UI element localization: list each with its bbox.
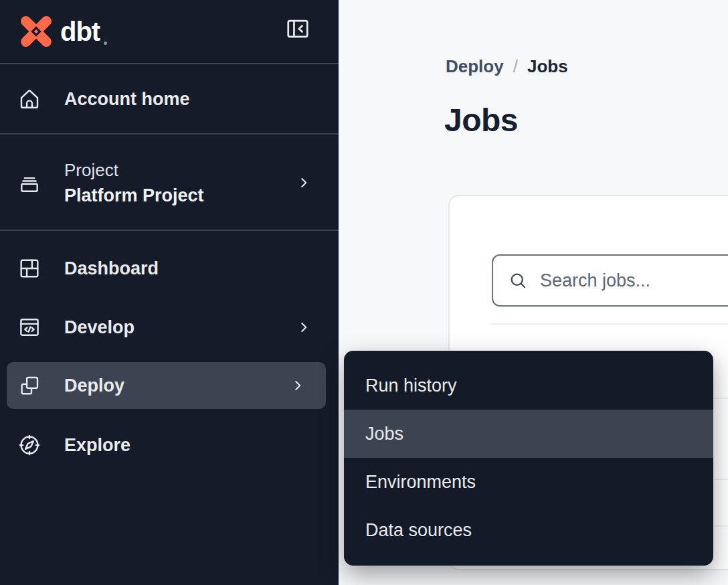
deploy-icon <box>17 373 41 398</box>
sidebar-item-develop[interactable]: Develop <box>0 304 339 351</box>
sidebar-item-label: Explore <box>64 435 130 456</box>
menu-item-jobs[interactable]: Jobs <box>344 410 713 458</box>
search-box[interactable] <box>492 254 728 307</box>
menu-item-environments[interactable]: Environments <box>344 458 713 506</box>
card-divider <box>492 323 728 325</box>
menu-item-run-history[interactable]: Run history <box>344 361 713 410</box>
project-name: Platform Project <box>64 183 204 208</box>
sidebar-item-label: Dashboard <box>64 258 159 279</box>
sidebar-item-deploy[interactable]: Deploy <box>7 362 326 409</box>
sidebar-item-label: Develop <box>64 317 134 338</box>
sidebar-item-project[interactable]: Project Platform Project <box>0 136 339 231</box>
home-icon <box>17 87 41 111</box>
sidebar-item-dashboard[interactable]: Dashboard <box>0 245 339 292</box>
code-window-icon <box>17 315 41 339</box>
app-root: Deploy / Jobs Jobs <box>0 0 728 585</box>
chevron-right-icon <box>296 320 311 335</box>
breadcrumb: Deploy / Jobs <box>446 56 568 77</box>
dashboard-icon <box>17 256 41 280</box>
search-input[interactable] <box>540 270 728 291</box>
project-label: Project <box>64 157 204 183</box>
dbt-logo[interactable]: dbt <box>19 14 107 49</box>
search-icon <box>508 270 528 290</box>
dbt-logo-icon <box>19 14 54 49</box>
logo-trademark-dot <box>104 41 107 45</box>
sidebar-collapse-button[interactable] <box>282 15 313 43</box>
compass-icon <box>17 433 41 457</box>
sidebar-header: dbt <box>0 0 339 64</box>
menu-item-data-sources[interactable]: Data sources <box>344 506 713 554</box>
project-text: Project Platform Project <box>64 157 204 208</box>
sidebar-item-account-home[interactable]: Account home <box>0 65 339 135</box>
chevron-right-icon <box>296 175 311 190</box>
panel-collapse-icon <box>284 16 312 41</box>
deploy-flyout-menu: Run history Jobs Environments Data sourc… <box>344 351 713 566</box>
sidebar: dbt Account home <box>0 0 339 585</box>
sidebar-item-explore[interactable]: Explore <box>0 422 339 469</box>
breadcrumb-separator: / <box>513 56 518 77</box>
project-box-icon <box>17 171 41 195</box>
page-title: Jobs <box>444 102 518 139</box>
sidebar-item-label: Deploy <box>64 375 124 396</box>
dbt-logo-text: dbt <box>60 18 100 45</box>
breadcrumb-deploy[interactable]: Deploy <box>446 56 504 77</box>
chevron-right-icon <box>290 378 305 393</box>
sidebar-item-label: Account home <box>64 89 190 110</box>
breadcrumb-jobs: Jobs <box>527 56 568 77</box>
